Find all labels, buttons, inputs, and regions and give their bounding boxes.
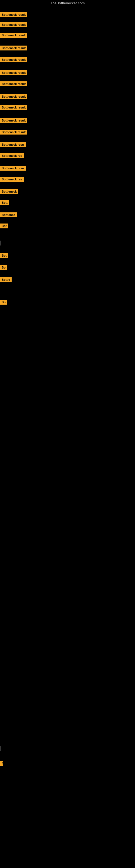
bottleneck-badge-6: Bottleneck result — [0, 82, 27, 86]
bottleneck-badge-row-16: Bott — [0, 200, 9, 206]
bottleneck-badge-21: Bo — [0, 265, 7, 270]
bottleneck-badge-13: Bottleneck resu — [0, 166, 26, 170]
bottleneck-badge-8: Bottleneck result — [0, 105, 27, 110]
bottleneck-badge-20: Bot — [0, 253, 8, 258]
bottleneck-badge-row-18: Bot — [0, 223, 8, 229]
bottleneck-badge-row-1: Bottleneck result — [0, 22, 27, 28]
bottleneck-badge-row-4: Bottleneck result — [0, 57, 27, 63]
bottleneck-badge-16: Bott — [0, 200, 9, 205]
bottleneck-badge-22: Bottle — [0, 277, 12, 282]
bottleneck-badge-row-0: Bottleneck result — [0, 12, 27, 18]
bottleneck-badge-10: Bottleneck result — [0, 130, 27, 134]
bottleneck-badge-7: Bottleneck result — [0, 94, 27, 99]
bottleneck-badge-14: Bottleneck res — [0, 177, 24, 182]
bottleneck-badge-row-15: Bottleneck — [0, 189, 18, 195]
bottleneck-badge-23: Bo — [0, 300, 7, 305]
bottleneck-badge-row-6: Bottleneck result — [0, 82, 27, 87]
vertical-line-24 — [0, 746, 1, 751]
site-title: TheBottlenecker.com — [0, 0, 135, 7]
bottleneck-badge-row-17: Bottlenec — [0, 212, 17, 218]
bottleneck-badge-15: Bottleneck — [0, 189, 18, 194]
bottleneck-badge-12: Bottleneck res — [0, 153, 24, 158]
bottleneck-badge-3: Bottleneck result — [0, 45, 27, 51]
bottleneck-badge-row-11: Bottleneck resu — [0, 142, 26, 148]
bottleneck-badge-25: B — [0, 761, 3, 766]
vertical-line-19 — [0, 241, 1, 246]
bottleneck-badge-row-14: Bottleneck res — [0, 177, 24, 183]
bottleneck-badge-row-9: Bottleneck result — [0, 118, 27, 124]
bottleneck-badge-18: Bot — [0, 223, 8, 228]
bottleneck-badge-0: Bottleneck result — [0, 12, 27, 17]
bottleneck-badge-row-13: Bottleneck resu — [0, 166, 26, 172]
bottleneck-badge-row-25: B — [0, 761, 3, 767]
bottleneck-badge-row-7: Bottleneck result — [0, 94, 27, 100]
bottleneck-badge-9: Bottleneck result — [0, 118, 27, 123]
bottleneck-badge-row-21: Bo — [0, 265, 7, 271]
bottleneck-badge-row-3: Bottleneck result — [0, 45, 27, 52]
bottleneck-badge-4: Bottleneck result — [0, 57, 27, 62]
bottleneck-badge-17: Bottlenec — [0, 212, 17, 217]
bottleneck-badge-row-22: Bottle — [0, 277, 12, 283]
bottleneck-badge-2: Bottleneck result — [0, 33, 27, 38]
bottleneck-badge-row-8: Bottleneck result — [0, 105, 27, 111]
bottleneck-badge-row-12: Bottleneck res — [0, 153, 24, 159]
bottleneck-badge-row-10: Bottleneck result — [0, 130, 27, 135]
bottleneck-badge-5: Bottleneck result — [0, 70, 27, 75]
bottleneck-badge-1: Bottleneck result — [0, 22, 27, 27]
bottleneck-badge-row-23: Bo — [0, 300, 7, 306]
bottleneck-badge-row-2: Bottleneck result — [0, 33, 27, 39]
bottleneck-badge-11: Bottleneck resu — [0, 142, 26, 147]
bottleneck-badge-row-20: Bot — [0, 253, 8, 259]
bottleneck-badge-row-5: Bottleneck result — [0, 70, 27, 76]
